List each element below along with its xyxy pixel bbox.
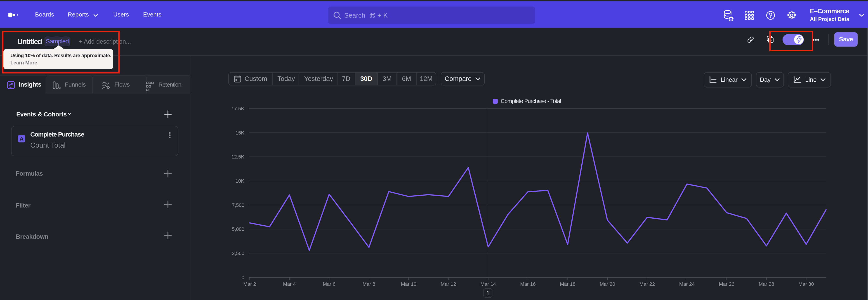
svg-text:12.5K: 12.5K [231,154,245,160]
svg-text:2,500: 2,500 [232,250,244,256]
svg-text:17.5K: 17.5K [231,106,245,112]
svg-text:Mar 10: Mar 10 [401,281,416,287]
svg-text:Mar 20: Mar 20 [600,281,615,287]
svg-text:5,000: 5,000 [232,226,244,232]
svg-text:10K: 10K [236,178,244,184]
svg-text:Mar 24: Mar 24 [679,281,694,287]
svg-text:15K: 15K [236,130,244,136]
svg-text:Mar 28: Mar 28 [758,281,774,287]
svg-text:Mar 18: Mar 18 [560,281,575,287]
svg-text:Mar 26: Mar 26 [719,281,735,287]
svg-text:Mar 8: Mar 8 [363,281,375,287]
svg-text:Mar 30: Mar 30 [798,281,814,287]
svg-text:Mar 4: Mar 4 [283,281,296,287]
svg-text:0: 0 [242,275,244,280]
svg-text:Mar 2: Mar 2 [243,281,256,287]
svg-text:Mar 22: Mar 22 [640,281,655,287]
svg-text:Mar 16: Mar 16 [520,281,535,287]
svg-text:Mar 6: Mar 6 [323,281,336,287]
svg-text:7,500: 7,500 [232,202,244,208]
svg-text:Mar 12: Mar 12 [441,281,456,287]
svg-text:Mar 14: Mar 14 [480,281,496,287]
